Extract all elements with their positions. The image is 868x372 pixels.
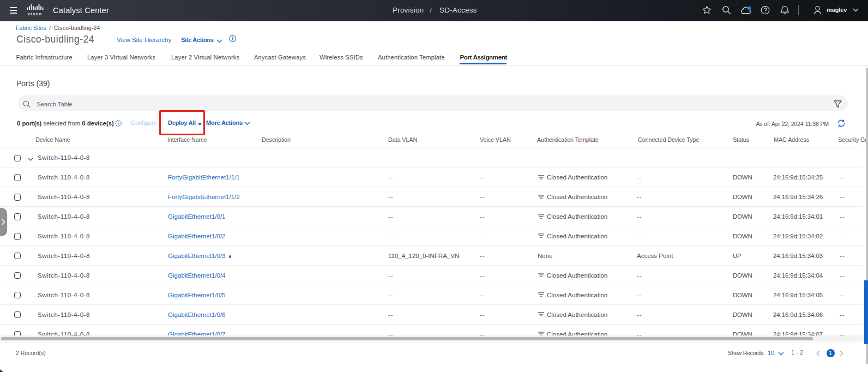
- svg-text:cisco: cisco: [28, 11, 42, 15]
